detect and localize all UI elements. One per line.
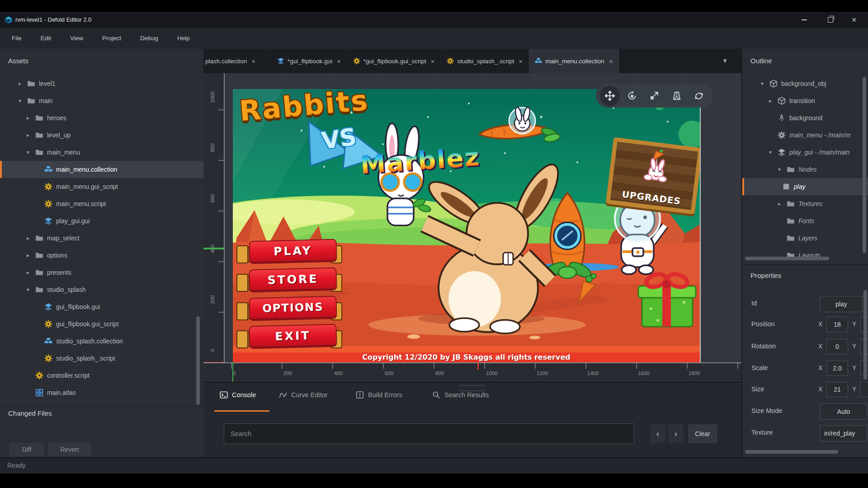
tree-item-play_gui-gui[interactable]: play_gui.gui bbox=[0, 212, 203, 230]
tree-item-controller-script[interactable]: controller.script bbox=[0, 367, 203, 384]
tree-item-main_menu-gui_script[interactable]: main_menu.gui_script bbox=[0, 178, 203, 195]
console-search-input[interactable] bbox=[224, 423, 634, 444]
tab-gui_flipbook-gui_script[interactable]: *gui_flipbook.gui_script × bbox=[347, 49, 441, 73]
tree-item-level_up[interactable]: level_up bbox=[0, 127, 203, 144]
tab-overflow-chevron-icon[interactable]: ▼ bbox=[722, 49, 728, 73]
chevron-down-icon[interactable] bbox=[24, 286, 32, 293]
chevron-right-icon[interactable] bbox=[24, 235, 32, 241]
outline-item-play_gui-ref[interactable]: play_gui - /main/main bbox=[742, 144, 868, 161]
chevron-down-icon[interactable] bbox=[759, 80, 766, 87]
chevron-down-icon[interactable] bbox=[16, 98, 24, 104]
tree-item-main_menu[interactable]: main_menu bbox=[0, 144, 203, 161]
build-errors-icon bbox=[356, 391, 364, 399]
tab-close-icon[interactable]: × bbox=[251, 57, 255, 65]
tab-studio_splash_-script[interactable]: studio_splash_.script × bbox=[441, 49, 529, 73]
assets-scrollbar[interactable] bbox=[196, 316, 200, 405]
chevron-right-icon[interactable] bbox=[24, 252, 32, 258]
chevron-down-icon[interactable] bbox=[24, 149, 32, 155]
rotation-x-field[interactable]: 0 bbox=[826, 339, 848, 354]
tree-item-main-atlas[interactable]: main.atlas bbox=[0, 384, 203, 401]
chevron-down-icon[interactable] bbox=[767, 149, 774, 155]
tab-close-icon[interactable]: × bbox=[337, 57, 341, 65]
tab-curve-editor[interactable]: Curve Editor bbox=[279, 391, 328, 399]
tree-item-studio_splash-collection[interactable]: studio_splash.collection bbox=[0, 333, 203, 350]
tree-item-main_menu-collection[interactable]: main_menu.collection bbox=[0, 161, 203, 178]
tree-item-map_select[interactable]: map_select bbox=[0, 230, 203, 247]
minimize-button[interactable] bbox=[794, 12, 815, 28]
tree-item-main[interactable]: main bbox=[0, 92, 203, 109]
tree-item-studio_splash_-script[interactable]: studio_splash_.script bbox=[0, 350, 203, 367]
menu-view[interactable]: View bbox=[61, 28, 93, 49]
move-tool-button[interactable] bbox=[600, 86, 620, 106]
outline-item-background[interactable]: background bbox=[742, 109, 868, 127]
scale-tool-button[interactable] bbox=[644, 86, 664, 106]
tree-item-options[interactable]: options bbox=[0, 247, 203, 264]
outline-item-transition[interactable]: transition bbox=[742, 92, 868, 109]
diff-button[interactable]: Diff bbox=[9, 443, 44, 456]
tab-search-results[interactable]: Search Results bbox=[432, 391, 489, 399]
outline-item-layers[interactable]: Layers bbox=[742, 230, 868, 247]
tree-item-level1[interactable]: level1 bbox=[0, 75, 203, 92]
outline-item-textures[interactable]: Textures bbox=[742, 195, 868, 212]
tree-item-heroes[interactable]: heroes bbox=[0, 109, 203, 127]
chevron-right-icon[interactable] bbox=[776, 201, 783, 207]
tab-gui_flipbook-gui[interactable]: *gui_flipbook.gui × bbox=[271, 49, 347, 73]
scene-viewport[interactable]: Rabbits VS Marblez PLAY STORE OPTIONS bbox=[203, 73, 741, 382]
chevron-right-icon[interactable] bbox=[24, 132, 32, 138]
game-canvas[interactable]: Rabbits VS Marblez PLAY STORE OPTIONS bbox=[233, 89, 701, 362]
properties-scrollbar[interactable] bbox=[863, 290, 867, 380]
outline-hscrollbar[interactable] bbox=[745, 257, 829, 260]
clear-button[interactable]: Clear bbox=[688, 424, 717, 443]
restore-button[interactable] bbox=[820, 12, 841, 28]
tree-item-main_menu-script[interactable]: main_menu.script bbox=[0, 195, 203, 212]
tab-splash-collection[interactable]: plash.collection × bbox=[203, 49, 271, 73]
outline-item-background_obj[interactable]: background_obj bbox=[742, 75, 868, 92]
tab-close-icon[interactable]: × bbox=[519, 57, 523, 65]
outline-item-main_menu-ref[interactable]: main_menu - /main/m bbox=[742, 127, 868, 144]
size-mode-select[interactable]: Auto bbox=[820, 404, 867, 420]
texture-field[interactable]: in/red_play bbox=[820, 425, 867, 441]
tab-main_menu-collection[interactable]: main_menu.collection × bbox=[529, 49, 619, 73]
prev-result-button[interactable]: ‹ bbox=[650, 424, 665, 443]
tree-item-studio_splash[interactable]: studio_splash bbox=[0, 281, 203, 298]
menu-edit[interactable]: Edit bbox=[31, 28, 61, 49]
panel-grip-handle[interactable] bbox=[459, 385, 485, 391]
outline-item-layouts[interactable]: Layouts bbox=[742, 247, 868, 264]
menu-file[interactable]: File bbox=[0, 28, 31, 49]
chevron-down-icon[interactable] bbox=[776, 166, 783, 173]
tree-item-gui_flipbook-gui_script[interactable]: gui_flipbook.gui_script bbox=[0, 315, 203, 333]
tab-build-errors[interactable]: Build Errors bbox=[356, 391, 402, 399]
position-x-field[interactable]: 18 bbox=[826, 317, 848, 332]
property-texture: Texture in/red_play bbox=[742, 425, 868, 441]
menu-help[interactable]: Help bbox=[168, 28, 199, 49]
menu-debug[interactable]: Debug bbox=[131, 28, 168, 49]
status-text: Ready bbox=[7, 462, 25, 469]
tree-item-presents[interactable]: presents bbox=[0, 264, 203, 281]
tab-console[interactable]: Console bbox=[220, 391, 256, 399]
refresh-tool-button[interactable] bbox=[689, 86, 709, 106]
outline-scrollbar[interactable] bbox=[863, 77, 866, 253]
outline-item-nodes[interactable]: Nodes bbox=[742, 161, 868, 178]
menu-project[interactable]: Project bbox=[93, 28, 131, 49]
close-button[interactable]: ✕ bbox=[844, 12, 864, 28]
frustum-tool-button[interactable] bbox=[667, 86, 687, 106]
scale-x-field[interactable]: 2.0 bbox=[826, 361, 848, 376]
size-x-field[interactable]: 21 bbox=[826, 382, 848, 397]
revert-button[interactable]: Revert bbox=[48, 443, 91, 456]
properties-hscrollbar[interactable] bbox=[745, 450, 838, 454]
chevron-right-icon[interactable] bbox=[16, 80, 24, 87]
id-field[interactable]: play bbox=[820, 296, 863, 312]
size-y-field[interactable] bbox=[860, 382, 868, 397]
chevron-right-icon[interactable] bbox=[24, 269, 32, 276]
tab-close-icon[interactable]: × bbox=[609, 57, 613, 65]
next-result-button[interactable]: › bbox=[668, 424, 684, 443]
tab-close-icon[interactable]: × bbox=[431, 57, 435, 65]
rotate-tool-button[interactable] bbox=[622, 86, 642, 106]
chevron-right-icon[interactable] bbox=[24, 115, 32, 121]
folder-icon bbox=[35, 286, 43, 294]
tree-item-gui_flipbook-gui[interactable]: gui_flipbook.gui bbox=[0, 298, 203, 315]
game-title-vs: VS bbox=[320, 123, 358, 155]
outline-item-fonts[interactable]: Fonts bbox=[742, 212, 868, 230]
outline-item-play[interactable]: play bbox=[742, 178, 868, 195]
chevron-right-icon[interactable] bbox=[767, 98, 774, 104]
